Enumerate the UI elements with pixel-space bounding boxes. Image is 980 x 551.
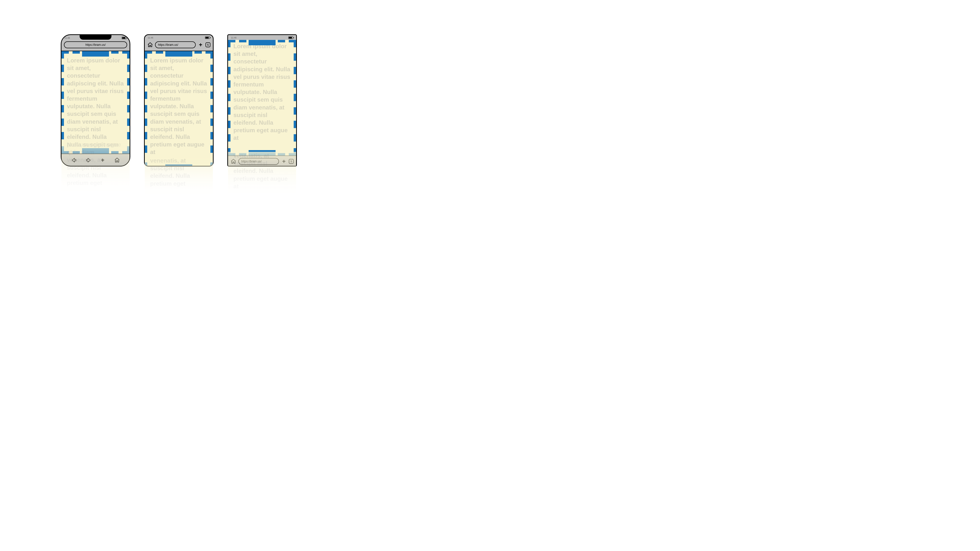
phone-mock-c: 11:45 Lorem ipsum dolor sit amet, consec… xyxy=(227,34,297,167)
overflow-text: venenatis, at suscipit nisl eleifend. Nu… xyxy=(150,157,207,187)
overflow-ghost-c: venenatis, at suscipit nisl eleifend. Nu… xyxy=(228,152,296,198)
overflow-ghost-b: venenatis, at suscipit nisl eleifend. Nu… xyxy=(145,157,213,198)
url-text: https://bram.us/ xyxy=(158,43,178,46)
page-content-text: Lorem ipsum dolor sit amet, consectetur … xyxy=(67,57,124,154)
address-bar-row: https://bram.us/ + 5 xyxy=(145,40,213,51)
home-icon xyxy=(147,42,153,48)
viewport: Lorem ipsum dolor sit amet, consectetur … xyxy=(62,51,130,154)
clock-label: 11:45 xyxy=(148,37,153,39)
clock-label: 11:45 xyxy=(231,37,237,39)
phone-mock-b: 11:45 https://bram.us/ + 5 Lorem ipsum d… xyxy=(144,34,213,167)
tab-count-label: 5 xyxy=(207,44,209,46)
overflow-text: venenatis, at suscipit nisl eleifend. Nu… xyxy=(234,152,291,190)
overflow-ghost-a: Nulla suscipit sem quis diam venenatis, … xyxy=(62,141,130,197)
top-handle xyxy=(165,51,192,57)
battery-icon xyxy=(205,37,210,39)
status-bar: 11:45 xyxy=(62,35,130,40)
top-handle xyxy=(82,51,109,57)
url-field[interactable]: https://bram.us/ xyxy=(64,41,127,48)
tab-count-button[interactable]: 5 xyxy=(205,42,210,47)
battery-icon xyxy=(288,37,293,39)
status-bar: 11:45 xyxy=(145,35,213,40)
address-bar-row: https://bram.us/ xyxy=(62,40,130,51)
page-content-text: Lorem ipsum dolor sit amet, consectetur … xyxy=(150,57,207,156)
plus-icon: + xyxy=(199,42,202,48)
url-field[interactable]: https://bram.us/ xyxy=(155,41,196,48)
home-button[interactable] xyxy=(147,42,153,48)
viewport: Lorem ipsum dolor sit amet, consectetur … xyxy=(145,51,213,167)
viewport: Lorem ipsum dolor sit amet, consectetur … xyxy=(228,40,296,156)
status-bar: 11:45 xyxy=(228,35,296,40)
battery-icon xyxy=(122,37,127,39)
diagram-canvas: 11:45 https://bram.us/ Lorem ipsum dolor… xyxy=(0,0,356,200)
clock-label: 11:45 xyxy=(64,37,70,39)
new-tab-button[interactable]: + xyxy=(198,42,204,48)
url-text: https://bram.us/ xyxy=(86,43,106,46)
notch xyxy=(80,34,111,40)
overflow-text: Nulla suscipit sem quis diam venenatis, … xyxy=(67,141,124,187)
page-content-text: Lorem ipsum dolor sit amet, consectetur … xyxy=(234,42,291,141)
